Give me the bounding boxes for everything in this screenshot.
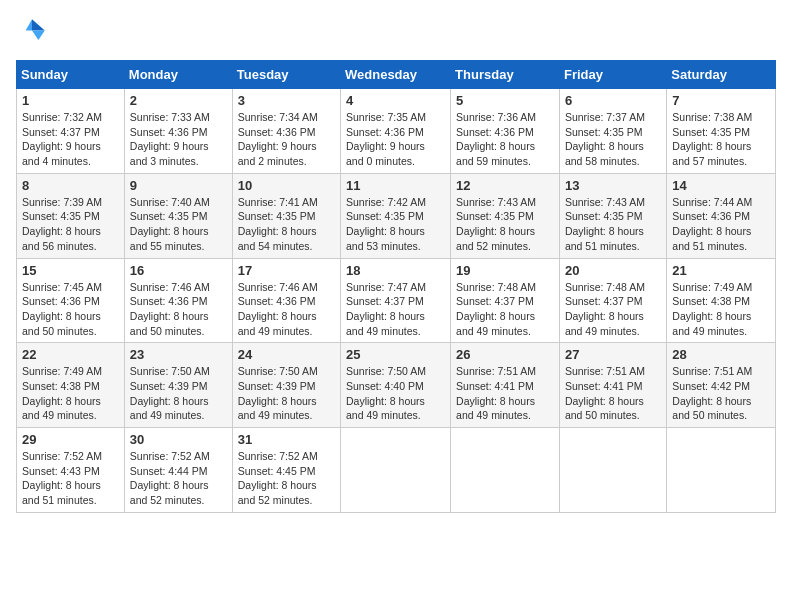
day-number: 29 [22, 432, 119, 447]
day-number: 25 [346, 347, 445, 362]
day-number: 17 [238, 263, 335, 278]
day-number: 28 [672, 347, 770, 362]
calendar-table: SundayMondayTuesdayWednesdayThursdayFrid… [16, 60, 776, 513]
day-number: 27 [565, 347, 661, 362]
calendar-cell [341, 428, 451, 513]
calendar-cell: 25 Sunrise: 7:50 AM Sunset: 4:40 PM Dayl… [341, 343, 451, 428]
day-number: 31 [238, 432, 335, 447]
day-number: 13 [565, 178, 661, 193]
weekday-header-tuesday: Tuesday [232, 61, 340, 89]
day-number: 22 [22, 347, 119, 362]
day-number: 19 [456, 263, 554, 278]
calendar-cell: 16 Sunrise: 7:46 AM Sunset: 4:36 PM Dayl… [124, 258, 232, 343]
day-info: Sunrise: 7:52 AM Sunset: 4:45 PM Dayligh… [238, 449, 335, 508]
calendar-cell: 15 Sunrise: 7:45 AM Sunset: 4:36 PM Dayl… [17, 258, 125, 343]
day-info: Sunrise: 7:37 AM Sunset: 4:35 PM Dayligh… [565, 110, 661, 169]
day-info: Sunrise: 7:42 AM Sunset: 4:35 PM Dayligh… [346, 195, 445, 254]
calendar-cell: 30 Sunrise: 7:52 AM Sunset: 4:44 PM Dayl… [124, 428, 232, 513]
day-number: 7 [672, 93, 770, 108]
calendar-cell: 6 Sunrise: 7:37 AM Sunset: 4:35 PM Dayli… [559, 89, 666, 174]
calendar-cell: 3 Sunrise: 7:34 AM Sunset: 4:36 PM Dayli… [232, 89, 340, 174]
day-info: Sunrise: 7:34 AM Sunset: 4:36 PM Dayligh… [238, 110, 335, 169]
day-info: Sunrise: 7:40 AM Sunset: 4:35 PM Dayligh… [130, 195, 227, 254]
calendar-cell: 23 Sunrise: 7:50 AM Sunset: 4:39 PM Dayl… [124, 343, 232, 428]
day-info: Sunrise: 7:48 AM Sunset: 4:37 PM Dayligh… [565, 280, 661, 339]
day-info: Sunrise: 7:43 AM Sunset: 4:35 PM Dayligh… [456, 195, 554, 254]
day-info: Sunrise: 7:45 AM Sunset: 4:36 PM Dayligh… [22, 280, 119, 339]
calendar-cell: 2 Sunrise: 7:33 AM Sunset: 4:36 PM Dayli… [124, 89, 232, 174]
calendar-cell: 10 Sunrise: 7:41 AM Sunset: 4:35 PM Dayl… [232, 173, 340, 258]
calendar-cell: 29 Sunrise: 7:52 AM Sunset: 4:43 PM Dayl… [17, 428, 125, 513]
day-number: 24 [238, 347, 335, 362]
calendar-cell: 26 Sunrise: 7:51 AM Sunset: 4:41 PM Dayl… [451, 343, 560, 428]
day-info: Sunrise: 7:36 AM Sunset: 4:36 PM Dayligh… [456, 110, 554, 169]
svg-marker-2 [26, 19, 32, 30]
calendar-cell: 5 Sunrise: 7:36 AM Sunset: 4:36 PM Dayli… [451, 89, 560, 174]
svg-marker-1 [32, 30, 45, 40]
day-info: Sunrise: 7:49 AM Sunset: 4:38 PM Dayligh… [672, 280, 770, 339]
day-info: Sunrise: 7:51 AM Sunset: 4:41 PM Dayligh… [456, 364, 554, 423]
day-info: Sunrise: 7:47 AM Sunset: 4:37 PM Dayligh… [346, 280, 445, 339]
day-info: Sunrise: 7:51 AM Sunset: 4:41 PM Dayligh… [565, 364, 661, 423]
day-info: Sunrise: 7:41 AM Sunset: 4:35 PM Dayligh… [238, 195, 335, 254]
logo-icon [16, 16, 48, 48]
calendar-cell [559, 428, 666, 513]
calendar-week-row: 29 Sunrise: 7:52 AM Sunset: 4:43 PM Dayl… [17, 428, 776, 513]
calendar-cell: 12 Sunrise: 7:43 AM Sunset: 4:35 PM Dayl… [451, 173, 560, 258]
day-info: Sunrise: 7:52 AM Sunset: 4:43 PM Dayligh… [22, 449, 119, 508]
day-info: Sunrise: 7:46 AM Sunset: 4:36 PM Dayligh… [238, 280, 335, 339]
calendar-week-row: 1 Sunrise: 7:32 AM Sunset: 4:37 PM Dayli… [17, 89, 776, 174]
calendar-cell: 21 Sunrise: 7:49 AM Sunset: 4:38 PM Dayl… [667, 258, 776, 343]
calendar-cell: 9 Sunrise: 7:40 AM Sunset: 4:35 PM Dayli… [124, 173, 232, 258]
day-number: 15 [22, 263, 119, 278]
calendar-cell: 19 Sunrise: 7:48 AM Sunset: 4:37 PM Dayl… [451, 258, 560, 343]
day-info: Sunrise: 7:50 AM Sunset: 4:39 PM Dayligh… [238, 364, 335, 423]
calendar-cell [451, 428, 560, 513]
day-number: 5 [456, 93, 554, 108]
weekday-header-sunday: Sunday [17, 61, 125, 89]
calendar-cell: 1 Sunrise: 7:32 AM Sunset: 4:37 PM Dayli… [17, 89, 125, 174]
day-info: Sunrise: 7:44 AM Sunset: 4:36 PM Dayligh… [672, 195, 770, 254]
day-info: Sunrise: 7:43 AM Sunset: 4:35 PM Dayligh… [565, 195, 661, 254]
day-info: Sunrise: 7:32 AM Sunset: 4:37 PM Dayligh… [22, 110, 119, 169]
calendar-cell [667, 428, 776, 513]
day-info: Sunrise: 7:49 AM Sunset: 4:38 PM Dayligh… [22, 364, 119, 423]
day-number: 16 [130, 263, 227, 278]
day-info: Sunrise: 7:52 AM Sunset: 4:44 PM Dayligh… [130, 449, 227, 508]
day-info: Sunrise: 7:38 AM Sunset: 4:35 PM Dayligh… [672, 110, 770, 169]
day-number: 20 [565, 263, 661, 278]
day-info: Sunrise: 7:33 AM Sunset: 4:36 PM Dayligh… [130, 110, 227, 169]
day-number: 6 [565, 93, 661, 108]
day-number: 4 [346, 93, 445, 108]
day-number: 11 [346, 178, 445, 193]
day-number: 1 [22, 93, 119, 108]
day-number: 3 [238, 93, 335, 108]
day-number: 30 [130, 432, 227, 447]
calendar-cell: 27 Sunrise: 7:51 AM Sunset: 4:41 PM Dayl… [559, 343, 666, 428]
day-number: 26 [456, 347, 554, 362]
weekday-header-wednesday: Wednesday [341, 61, 451, 89]
page-header [16, 16, 776, 48]
calendar-cell: 20 Sunrise: 7:48 AM Sunset: 4:37 PM Dayl… [559, 258, 666, 343]
weekday-header-thursday: Thursday [451, 61, 560, 89]
calendar-cell: 7 Sunrise: 7:38 AM Sunset: 4:35 PM Dayli… [667, 89, 776, 174]
calendar-cell: 31 Sunrise: 7:52 AM Sunset: 4:45 PM Dayl… [232, 428, 340, 513]
calendar-cell: 17 Sunrise: 7:46 AM Sunset: 4:36 PM Dayl… [232, 258, 340, 343]
day-info: Sunrise: 7:46 AM Sunset: 4:36 PM Dayligh… [130, 280, 227, 339]
weekday-header-saturday: Saturday [667, 61, 776, 89]
day-info: Sunrise: 7:39 AM Sunset: 4:35 PM Dayligh… [22, 195, 119, 254]
calendar-cell: 28 Sunrise: 7:51 AM Sunset: 4:42 PM Dayl… [667, 343, 776, 428]
calendar-cell: 24 Sunrise: 7:50 AM Sunset: 4:39 PM Dayl… [232, 343, 340, 428]
calendar-week-row: 15 Sunrise: 7:45 AM Sunset: 4:36 PM Dayl… [17, 258, 776, 343]
calendar-cell: 8 Sunrise: 7:39 AM Sunset: 4:35 PM Dayli… [17, 173, 125, 258]
calendar-cell: 18 Sunrise: 7:47 AM Sunset: 4:37 PM Dayl… [341, 258, 451, 343]
calendar-cell: 22 Sunrise: 7:49 AM Sunset: 4:38 PM Dayl… [17, 343, 125, 428]
day-number: 14 [672, 178, 770, 193]
day-number: 9 [130, 178, 227, 193]
weekday-header-row: SundayMondayTuesdayWednesdayThursdayFrid… [17, 61, 776, 89]
calendar-cell: 14 Sunrise: 7:44 AM Sunset: 4:36 PM Dayl… [667, 173, 776, 258]
calendar-cell: 11 Sunrise: 7:42 AM Sunset: 4:35 PM Dayl… [341, 173, 451, 258]
day-info: Sunrise: 7:51 AM Sunset: 4:42 PM Dayligh… [672, 364, 770, 423]
calendar-cell: 13 Sunrise: 7:43 AM Sunset: 4:35 PM Dayl… [559, 173, 666, 258]
calendar-week-row: 8 Sunrise: 7:39 AM Sunset: 4:35 PM Dayli… [17, 173, 776, 258]
